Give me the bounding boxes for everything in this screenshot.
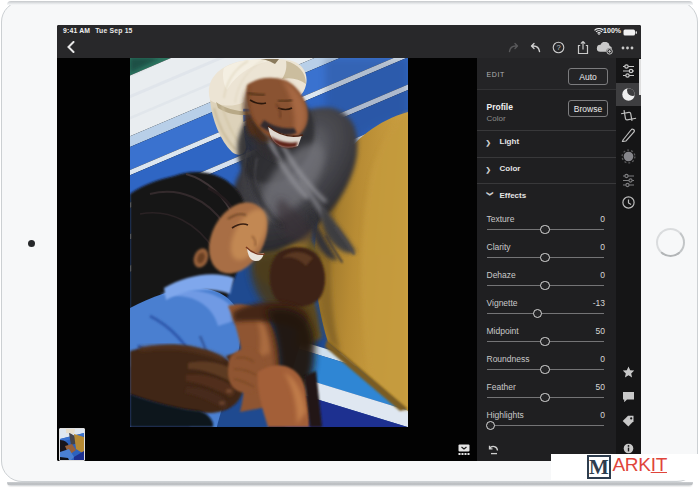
svg-text:?: ?	[556, 43, 560, 52]
